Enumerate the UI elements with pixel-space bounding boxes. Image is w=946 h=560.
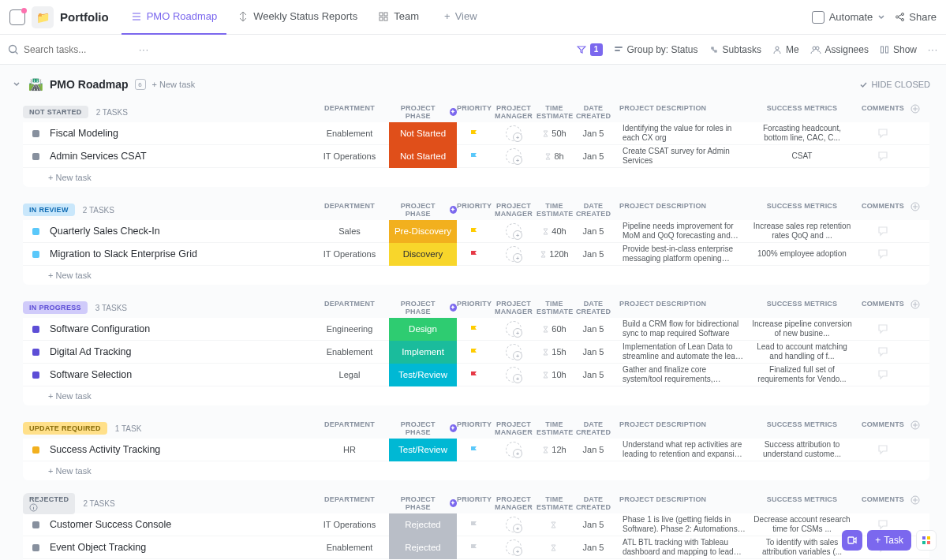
cell-manager[interactable]: [491, 321, 537, 337]
col-created[interactable]: DATE CREATED: [572, 202, 615, 218]
col-description[interactable]: PROJECT DESCRIPTION: [615, 495, 749, 511]
cell-priority[interactable]: [457, 371, 491, 379]
cell-phase[interactable]: Implement: [389, 341, 457, 364]
cell-phase[interactable]: Pre-Discovery: [389, 220, 457, 243]
cell-manager[interactable]: [491, 442, 537, 457]
col-add[interactable]: [910, 420, 929, 436]
cell-metrics[interactable]: Increase pipeline conversion of new busi…: [749, 319, 855, 339]
col-department[interactable]: DEPARTMENT: [310, 420, 389, 436]
cell-estimate[interactable]: 60h: [537, 324, 572, 334]
cell-estimate[interactable]: 50h: [537, 129, 572, 138]
cell-date[interactable]: Jan 5: [572, 347, 615, 357]
filter-button[interactable]: 1: [577, 43, 603, 56]
task-status-square[interactable]: [23, 521, 48, 528]
cell-phase[interactable]: Discovery: [389, 243, 457, 266]
col-manager[interactable]: PROJECT MANAGER: [491, 420, 537, 436]
cell-comments[interactable]: [855, 368, 910, 381]
col-phase[interactable]: PROJECT PHASE ✦: [389, 202, 457, 218]
group-header[interactable]: NOT STARTED2 TASKSDEPARTMENTPROJECT PHAS…: [23, 102, 929, 122]
table-row[interactable]: Customer Success ConsoleIT OperationsRej…: [23, 513, 929, 536]
cell-priority[interactable]: [457, 250, 491, 259]
cell-priority[interactable]: [457, 227, 491, 236]
col-manager[interactable]: PROJECT MANAGER: [491, 202, 537, 218]
cell-priority[interactable]: [457, 152, 491, 161]
cell-department[interactable]: IT Operations: [310, 151, 389, 161]
cell-priority[interactable]: [457, 325, 491, 334]
cell-department[interactable]: IT Operations: [310, 520, 389, 529]
cell-estimate[interactable]: 40h: [537, 226, 572, 236]
cell-date[interactable]: Jan 5: [572, 226, 615, 236]
col-manager[interactable]: PROJECT MANAGER: [491, 495, 537, 511]
task-status-square[interactable]: [23, 228, 48, 235]
cell-estimate[interactable]: 120h: [537, 249, 572, 259]
cell-comments[interactable]: [855, 225, 910, 237]
col-department[interactable]: DEPARTMENT: [310, 104, 389, 120]
col-description[interactable]: PROJECT DESCRIPTION: [615, 420, 749, 436]
col-manager[interactable]: PROJECT MANAGER: [491, 104, 537, 120]
col-estimate[interactable]: TIME ESTIMATE: [537, 202, 572, 218]
group-by-button[interactable]: Group by: Status: [614, 44, 698, 55]
cell-metrics[interactable]: CSAT: [749, 151, 855, 162]
group-header[interactable]: IN PROGRESS3 TASKSDEPARTMENTPROJECT PHAS…: [23, 297, 929, 318]
cell-phase[interactable]: Rejected: [389, 536, 457, 559]
cell-metrics[interactable]: Forcasting headcount, bottom line, CAC, …: [749, 124, 855, 144]
col-add[interactable]: [910, 300, 929, 315]
cell-phase[interactable]: Not Started: [389, 145, 457, 168]
cell-comments[interactable]: [855, 150, 910, 162]
col-priority[interactable]: PRIORITY: [457, 300, 491, 315]
cell-description[interactable]: Phase 1 is live (getting fields in Softw…: [615, 515, 749, 535]
col-department[interactable]: DEPARTMENT: [310, 202, 389, 218]
cell-phase[interactable]: Test/Review: [389, 364, 457, 386]
new-task-row[interactable]: + New task: [23, 266, 929, 285]
col-phase[interactable]: PROJECT PHASE ✦: [389, 300, 457, 315]
task-name[interactable]: Fiscal Modeling: [48, 128, 310, 139]
col-description[interactable]: PROJECT DESCRIPTION: [615, 202, 749, 218]
task-name[interactable]: Quarterly Sales Check-In: [48, 226, 310, 237]
table-row[interactable]: Digital Ad TrackingEnablementImplement15…: [23, 341, 929, 364]
cell-metrics[interactable]: To identify with sales attribution varia…: [749, 538, 855, 558]
col-priority[interactable]: PRIORITY: [457, 495, 491, 511]
tab-weekly-status-reports[interactable]: Weekly Status Reports: [228, 0, 367, 35]
task-name[interactable]: Success Activity Tracking: [48, 444, 310, 455]
col-priority[interactable]: PRIORITY: [457, 202, 491, 218]
cell-metrics[interactable]: Increase sales rep retention rates QoQ a…: [749, 222, 855, 241]
col-created[interactable]: DATE CREATED: [572, 420, 615, 436]
col-created[interactable]: DATE CREATED: [572, 104, 615, 120]
col-description[interactable]: PROJECT DESCRIPTION: [615, 104, 749, 120]
cell-metrics[interactable]: Decrease account research time for CSMs …: [749, 515, 855, 535]
more-icon[interactable]: ···: [139, 44, 149, 55]
record-button[interactable]: [842, 530, 862, 551]
table-row[interactable]: Success Activity TrackingHRTest/Review12…: [23, 439, 929, 461]
cell-date[interactable]: Jan 5: [572, 520, 615, 529]
col-metrics[interactable]: SUCCESS METRICS: [749, 420, 855, 436]
col-comments[interactable]: COMMENTS: [855, 495, 910, 511]
cell-description[interactable]: Implementation of Lean Data to streamlin…: [615, 342, 749, 362]
status-chip[interactable]: UPDATE REQUIRED: [23, 422, 107, 435]
folder-icon[interactable]: 📁: [32, 6, 54, 28]
cell-priority[interactable]: [457, 521, 491, 529]
cell-department[interactable]: Enablement: [310, 129, 389, 138]
table-row[interactable]: Event Object TrackingEnablementRejectedJ…: [23, 536, 929, 559]
cell-estimate[interactable]: 10h: [537, 370, 572, 379]
more-menu-icon[interactable]: ···: [928, 44, 938, 55]
cell-priority[interactable]: [457, 446, 491, 454]
cell-date[interactable]: Jan 5: [572, 249, 615, 259]
cell-department[interactable]: Legal: [310, 370, 389, 379]
cell-date[interactable]: Jan 5: [572, 370, 615, 379]
col-comments[interactable]: COMMENTS: [855, 104, 910, 120]
dock-icon[interactable]: [9, 9, 25, 25]
cell-manager[interactable]: [491, 125, 537, 141]
task-status-square[interactable]: [23, 153, 48, 160]
col-phase[interactable]: PROJECT PHASE ✦: [389, 420, 457, 436]
task-status-square[interactable]: [23, 446, 48, 454]
col-metrics[interactable]: SUCCESS METRICS: [749, 300, 855, 315]
task-status-square[interactable]: [23, 130, 48, 137]
col-created[interactable]: DATE CREATED: [572, 300, 615, 315]
cell-priority[interactable]: [457, 129, 491, 138]
task-name[interactable]: Migration to Slack Enterprise Grid: [48, 248, 310, 259]
col-manager[interactable]: PROJECT MANAGER: [491, 300, 537, 315]
col-metrics[interactable]: SUCCESS METRICS: [749, 495, 855, 511]
tab-pmo-roadmap[interactable]: PMO Roadmap: [122, 0, 227, 35]
col-estimate[interactable]: TIME ESTIMATE: [537, 495, 572, 511]
cell-description[interactable]: Create CSAT survey for Admin Services: [615, 147, 749, 166]
